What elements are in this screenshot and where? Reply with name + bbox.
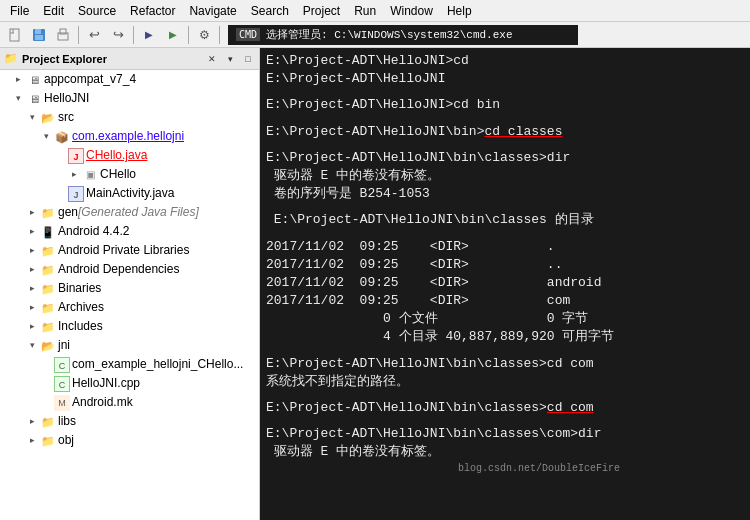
menu-refactor[interactable]: Refactor [124,2,181,20]
term-underline-1: cd classes [484,124,562,139]
label-android-deps: Android Dependencies [58,260,179,279]
menu-run[interactable]: Run [348,2,382,20]
icon-com-example: 📦 [54,129,70,145]
term-line-13: 0 个文件 0 字节 [266,310,744,328]
icon-archives: 📁 [40,300,56,316]
arrow-obj [30,431,40,450]
tree-item-mainactivity[interactable]: J MainActivity.java [0,184,259,203]
term-blank-8 [266,417,744,425]
tree-item-obj[interactable]: 📁 obj [0,431,259,450]
term-underline-2: cd com [547,400,594,415]
tree-item-hellojni-cpp[interactable]: C HelloJNI.cpp [0,374,259,393]
term-line-12: 2017/11/02 09:25 <DIR> com [266,292,744,310]
term-line-14: 4 个目录 40,887,889,920 可用字节 [266,328,744,346]
icon-chello-class: ▣ [82,167,98,183]
tree-item-android442[interactable]: 📱 Android 4.4.2 [0,222,259,241]
project-tree: 🖥 appcompat_v7_4 🖥 HelloJNI 📂 src 📦 com.… [0,70,259,520]
term-line-5: E:\Project-ADT\HelloJNI\bin\classes>dir [266,149,744,167]
tree-item-archives[interactable]: 📁 Archives [0,298,259,317]
toolbar-btn-save[interactable] [28,24,50,46]
term-line-4: E:\Project-ADT\HelloJNI\bin>cd classes [266,123,744,141]
main-layout: 📁 Project Explorer ✕ ▾ □ 🖥 appcompat_v7_… [0,48,750,520]
label-src: src [58,108,74,127]
tree-item-chello-class[interactable]: ▣ CHello [0,165,259,184]
term-line-2: E:\Project-ADT\HelloJNI [266,70,744,88]
term-line-6: 驱动器 E 中的卷没有标签。 [266,167,744,185]
panel-minimize-btn[interactable]: ✕ [205,52,219,66]
tree-item-appcompat[interactable]: 🖥 appcompat_v7_4 [0,70,259,89]
panel-title: Project Explorer [22,53,201,65]
tree-item-com-example[interactable]: 📦 com.example.hellojni [0,127,259,146]
tree-item-android-deps[interactable]: 📁 Android Dependencies [0,260,259,279]
menubar: File Edit Source Refactor Navigate Searc… [0,0,750,22]
menu-file[interactable]: File [4,2,35,20]
menu-edit[interactable]: Edit [37,2,70,20]
term-line-15: E:\Project-ADT\HelloJNI\bin\classes>cd c… [266,355,744,373]
label-appcompat: appcompat_v7_4 [44,70,136,89]
menu-navigate[interactable]: Navigate [183,2,242,20]
arrow-archives [30,298,40,317]
term-blank-3 [266,141,744,149]
toolbar-btn-new[interactable] [4,24,26,46]
toolbar-sep-1 [78,26,79,44]
toolbar-btn-undo[interactable]: ↩ [83,24,105,46]
panel-menu-btn[interactable]: ▾ [223,52,237,66]
icon-src: 📂 [40,110,56,126]
label-mainactivity: MainActivity.java [86,184,174,203]
icon-obj: 📁 [40,433,56,449]
toolbar-btn-redo[interactable]: ↪ [107,24,129,46]
label-libs: libs [58,412,76,431]
tree-item-src[interactable]: 📂 src [0,108,259,127]
terminal[interactable]: E:\Project-ADT\HelloJNI>cd E:\Project-AD… [260,48,750,520]
toolbar-btn-run[interactable]: ▶ [162,24,184,46]
tree-item-binaries[interactable]: 📁 Binaries [0,279,259,298]
toolbar-btn-settings[interactable]: ⚙ [193,24,215,46]
tree-item-hellojni[interactable]: 🖥 HelloJNI [0,89,259,108]
arrow-appcompat [16,70,26,89]
term-line-17: E:\Project-ADT\HelloJNI\bin\classes>cd c… [266,399,744,417]
term-line-19: 驱动器 E 中的卷没有标签。 [266,443,744,461]
label-android442: Android 4.4.2 [58,222,129,241]
tree-item-chello-java[interactable]: J CHello.java [0,146,259,165]
toolbar-sep-2 [133,26,134,44]
term-line-18: E:\Project-ADT\HelloJNI\bin\classes\com>… [266,425,744,443]
label-jni: jni [58,336,70,355]
arrow-android-deps [30,260,40,279]
panel-header: 📁 Project Explorer ✕ ▾ □ [0,48,259,70]
tree-item-jni[interactable]: 📂 jni [0,336,259,355]
label-hellojni-cpp: HelloJNI.cpp [72,374,140,393]
panel-maximize-btn[interactable]: □ [241,52,255,66]
label-com-example: com.example.hellojni [72,127,184,146]
label-chello-class: CHello [100,165,136,184]
icon-gen: 📁 [40,205,56,221]
icon-includes: 📁 [40,319,56,335]
tree-item-includes[interactable]: 📁 Includes [0,317,259,336]
icon-chello-java: J [68,148,84,164]
tree-item-gen[interactable]: 📁 gen [Generated Java Files] [0,203,259,222]
toolbar-btn-debug[interactable]: ▶ [138,24,160,46]
svg-rect-0 [10,29,19,41]
icon-hellojni: 🖥 [26,91,42,107]
menu-window[interactable]: Window [384,2,439,20]
label-binaries: Binaries [58,279,101,298]
menu-help[interactable]: Help [441,2,478,20]
tree-item-jni-chello[interactable]: C com_example_hellojni_CHello... [0,355,259,374]
tree-item-libs[interactable]: 📁 libs [0,412,259,431]
tree-item-android-mk[interactable]: M Android.mk [0,393,259,412]
menu-project[interactable]: Project [297,2,346,20]
arrow-src [30,108,40,127]
cmd-title: 选择管理员: C:\WINDOWS\system32\cmd.exe [266,27,512,42]
tree-item-android-private[interactable]: 📁 Android Private Libraries [0,241,259,260]
term-line-20: blog.csdn.net/DoubleIceFire [266,462,744,476]
toolbar-btn-print[interactable] [52,24,74,46]
arrow-libs [30,412,40,431]
arrow-com-example [44,127,54,146]
label-jni-chello: com_example_hellojni_CHello... [72,355,243,374]
arrow-includes [30,317,40,336]
cmd-icon: CMD [236,28,260,41]
arrow-jni [30,336,40,355]
icon-libs: 📁 [40,414,56,430]
menu-source[interactable]: Source [72,2,122,20]
menu-search[interactable]: Search [245,2,295,20]
arrow-gen [30,203,40,222]
